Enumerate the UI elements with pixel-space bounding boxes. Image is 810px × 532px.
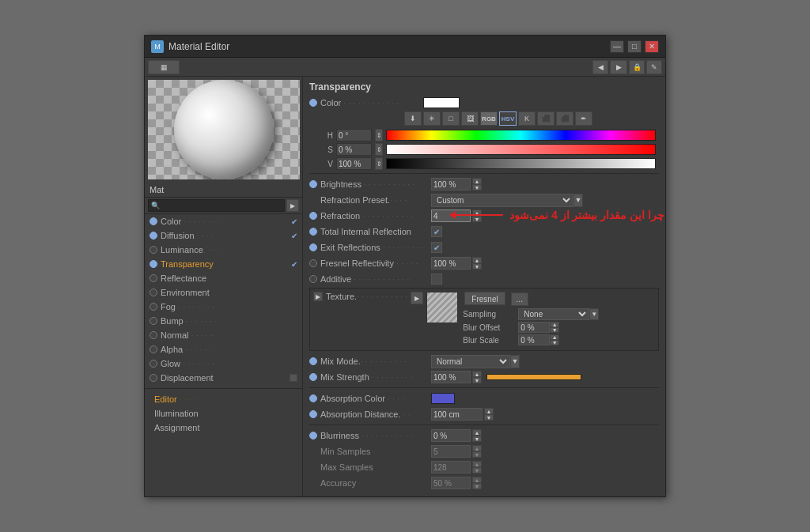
- sidebar-item-transparency[interactable]: Transparency ✔: [145, 257, 302, 271]
- sidebar-item-normal[interactable]: Normal · · · · ·: [145, 328, 302, 342]
- h-arrow[interactable]: ⇕: [375, 129, 383, 141]
- icon-btn-4[interactable]: 🖼: [461, 111, 479, 126]
- v-arrow[interactable]: ⇕: [375, 157, 383, 170]
- absorption-distance-up[interactable]: ▲: [484, 408, 494, 414]
- sidebar-item-reflectance[interactable]: Reflectance: [145, 271, 302, 285]
- icon-btn-3[interactable]: □: [442, 111, 460, 126]
- radio-absorption-color[interactable]: [309, 394, 317, 402]
- brightness-down[interactable]: ▼: [472, 184, 482, 191]
- sidebar-item-color[interactable]: Color · · · · · · · · ✔: [145, 214, 302, 228]
- max-samples-input[interactable]: [431, 461, 471, 474]
- absorption-color-swatch[interactable]: [431, 393, 455, 404]
- icon-btn-eyedropper[interactable]: ✒: [575, 111, 592, 126]
- val-bar[interactable]: [386, 158, 656, 169]
- blurriness-down[interactable]: ▼: [472, 436, 482, 442]
- radio-blurriness[interactable]: [309, 432, 317, 440]
- v-input[interactable]: [336, 157, 372, 170]
- icon-btn-rgb[interactable]: RGB: [480, 111, 498, 126]
- brightness-up[interactable]: ▲: [472, 178, 482, 184]
- accuracy-down[interactable]: ▼: [472, 483, 482, 489]
- s-input[interactable]: [336, 143, 372, 156]
- blur-scale-input[interactable]: [518, 334, 550, 345]
- min-samples-up[interactable]: ▲: [472, 445, 482, 451]
- fresnel-button[interactable]: Fresnel: [464, 292, 505, 305]
- hue-bar[interactable]: [386, 130, 656, 141]
- mix-strength-down[interactable]: ▼: [472, 377, 482, 383]
- max-samples-down[interactable]: ▼: [472, 467, 482, 474]
- mix-strength-up[interactable]: ▲: [472, 371, 482, 377]
- sidebar-item-luminance[interactable]: Luminance. · · ·: [145, 243, 302, 257]
- radio-refraction[interactable]: [309, 212, 317, 220]
- sidebar-item-assignment[interactable]: Assignment: [145, 421, 302, 435]
- additive-check[interactable]: [431, 274, 442, 285]
- accuracy-up[interactable]: ▲: [472, 477, 482, 483]
- max-samples-up[interactable]: ▲: [472, 461, 482, 467]
- h-input[interactable]: [336, 129, 372, 141]
- sampling-select[interactable]: None: [518, 308, 589, 320]
- toolbar-edit-btn[interactable]: ✎: [646, 60, 662, 74]
- maximize-button[interactable]: □: [627, 40, 642, 53]
- refraction-preset-arrow[interactable]: ▼: [573, 194, 583, 207]
- blur-offset-input[interactable]: [518, 322, 550, 333]
- radio-mix-mode[interactable]: [309, 357, 317, 365]
- min-samples-down[interactable]: ▼: [472, 451, 482, 458]
- brightness-input[interactable]: [431, 178, 471, 191]
- minimize-button[interactable]: —: [610, 40, 624, 53]
- sidebar-item-diffusion[interactable]: Diffusion · · · · ✔: [145, 228, 302, 243]
- absorption-distance-down[interactable]: ▼: [484, 414, 494, 421]
- icon-btn-5[interactable]: ⬛: [537, 111, 555, 126]
- sampling-arrow[interactable]: ▼: [589, 308, 599, 320]
- radio-tir[interactable]: [309, 228, 317, 236]
- blur-offset-down[interactable]: ▼: [550, 327, 559, 333]
- sat-bar[interactable]: [386, 144, 656, 155]
- nav-arrow-btn[interactable]: ▶: [286, 199, 299, 212]
- texture-play-btn[interactable]: ▶: [411, 292, 423, 304]
- close-button[interactable]: ✕: [645, 40, 659, 53]
- sidebar-item-environment[interactable]: Environment: [145, 285, 302, 300]
- texture-more-btn[interactable]: ...: [511, 292, 528, 306]
- fresnel-reflectivity-down[interactable]: ▼: [472, 263, 482, 270]
- blurriness-up[interactable]: ▲: [472, 429, 482, 436]
- tir-check[interactable]: ✔: [431, 226, 442, 237]
- mix-mode-arrow[interactable]: ▼: [510, 355, 520, 368]
- blurriness-input[interactable]: [431, 429, 471, 442]
- refraction-preset-select[interactable]: Custom: [431, 194, 573, 207]
- radio-brightness[interactable]: [309, 180, 317, 188]
- absorption-distance-input[interactable]: [431, 408, 483, 421]
- sidebar-item-editor[interactable]: Editor · · · · ·: [145, 392, 302, 406]
- blur-scale-down[interactable]: ▼: [550, 340, 559, 345]
- exit-reflections-check[interactable]: ✔: [431, 242, 442, 253]
- sidebar-item-alpha[interactable]: Alpha · · · · · ·: [145, 342, 302, 357]
- toolbar-forward-btn[interactable]: ▶: [610, 60, 627, 74]
- mix-mode-select[interactable]: Normal: [431, 355, 510, 368]
- sidebar-item-illumination[interactable]: Illumination: [145, 406, 302, 421]
- icon-btn-2[interactable]: ✳: [423, 111, 441, 126]
- radio-absorption-distance[interactable]: [309, 410, 317, 418]
- radio-exit-reflections[interactable]: [309, 243, 317, 251]
- sidebar-item-fog[interactable]: Fog · · · · · · · ·: [145, 300, 302, 314]
- min-samples-input[interactable]: [431, 445, 471, 458]
- blur-offset-up[interactable]: ▲: [550, 322, 559, 327]
- color-swatch-white[interactable]: [423, 97, 460, 108]
- sidebar-item-bump[interactable]: Bump · · · · · · ·: [145, 314, 302, 328]
- sidebar-item-displacement[interactable]: Displacement: [145, 371, 302, 385]
- radio-additive[interactable]: [309, 275, 317, 283]
- fresnel-reflectivity-input[interactable]: [431, 257, 471, 270]
- toolbar-back-btn[interactable]: ◀: [592, 60, 608, 74]
- toolbar-lock-btn[interactable]: 🔒: [629, 60, 645, 74]
- icon-btn-1[interactable]: ⬇: [404, 111, 422, 126]
- sidebar-item-glow[interactable]: Glow · · · · · · ·: [145, 357, 302, 371]
- radio-mix-strength[interactable]: [309, 373, 317, 381]
- fresnel-reflectivity-up[interactable]: ▲: [472, 257, 482, 263]
- blur-scale-up[interactable]: ▲: [550, 334, 559, 340]
- icon-btn-hsv[interactable]: HSV: [499, 111, 517, 126]
- accuracy-input[interactable]: [431, 477, 471, 489]
- mix-strength-input[interactable]: [431, 371, 471, 383]
- icon-btn-6[interactable]: ⬛: [556, 111, 573, 126]
- icon-btn-k[interactable]: K: [518, 111, 536, 126]
- s-arrow[interactable]: ⇕: [375, 143, 383, 156]
- radio-transparency-color[interactable]: [309, 99, 317, 107]
- radio-fresnel-reflectivity[interactable]: [309, 259, 317, 267]
- texture-toggle[interactable]: ▶: [313, 292, 323, 301]
- search-input[interactable]: 🔍: [148, 199, 285, 212]
